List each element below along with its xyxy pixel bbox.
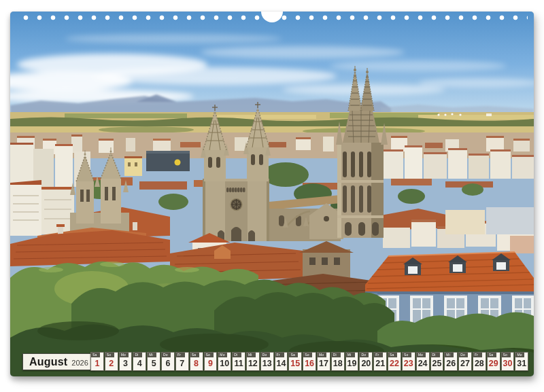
day-cell: Sa8: [190, 352, 203, 371]
day-cell: So9: [204, 352, 218, 371]
weekday-label: Mi: [247, 353, 256, 357]
weekday-label: Mi: [148, 353, 156, 357]
day-cell: Di11: [232, 352, 245, 371]
day-number: 22: [388, 359, 401, 368]
day-number: 29: [488, 359, 500, 368]
day-cell: Fr21: [373, 352, 387, 371]
day-number: 28: [473, 359, 486, 368]
weekday-label: Fr: [374, 353, 383, 357]
weekday-label: So: [205, 353, 214, 357]
day-cell: So2: [105, 352, 118, 371]
weekday-label: Mo: [515, 353, 524, 357]
day-number: 1: [91, 359, 103, 368]
day-number: 10: [218, 359, 231, 368]
day-cell: Mo24: [416, 352, 430, 371]
year-label: 2026: [71, 357, 88, 367]
photo-burgos-cityscape: [10, 12, 534, 376]
day-number: 5: [148, 359, 160, 368]
day-cell: Di18: [331, 352, 345, 371]
day-cell: Fr14: [275, 352, 288, 371]
day-cell: Mi26: [444, 352, 458, 371]
day-cell: Mi12: [246, 352, 260, 371]
day-number: 13: [261, 359, 273, 368]
cathedral-nave: [269, 195, 349, 241]
day-number: 30: [502, 359, 514, 368]
weekday-label: Di: [431, 353, 440, 357]
day-number: 21: [374, 359, 386, 368]
month-name: August: [29, 356, 67, 368]
day-number: 11: [233, 359, 245, 368]
weekday-label: Mo: [417, 353, 426, 357]
weekday-label: Sa: [91, 353, 100, 357]
day-number: 9: [205, 359, 217, 368]
day-cell: Do6: [161, 352, 175, 371]
weekday-label: Mi: [445, 353, 454, 357]
yellow-building: [124, 158, 142, 176]
day-number: 16: [303, 359, 316, 368]
day-cell: So30: [501, 352, 515, 371]
weekday-label: Do: [459, 353, 468, 357]
month-label: August 2026: [22, 353, 95, 370]
weekday-label: So: [502, 353, 511, 357]
day-number: 8: [190, 359, 203, 368]
weekday-label: So: [105, 353, 114, 357]
weekday-label: Mo: [318, 353, 326, 357]
day-cell: Sa29: [487, 352, 500, 371]
weekday-label: Sa: [388, 353, 397, 357]
day-cell: Mi19: [345, 352, 359, 371]
weekday-label: Mi: [346, 353, 355, 357]
day-cell: Fr28: [473, 352, 486, 371]
weekday-label: Do: [261, 353, 270, 357]
day-cell: Sa1: [90, 352, 104, 371]
day-number: 25: [431, 359, 443, 368]
day-number: 14: [275, 359, 288, 368]
day-cell: Mi5: [147, 352, 160, 371]
day-number: 17: [318, 359, 330, 368]
weekday-label: Sa: [190, 353, 199, 357]
day-cell: Do20: [359, 352, 373, 371]
day-number: 18: [332, 359, 344, 368]
day-cell: Di25: [430, 352, 444, 371]
day-number: 19: [346, 359, 358, 368]
day-cell: So23: [402, 352, 415, 371]
day-number: 4: [133, 359, 146, 368]
calendar-page: August 2026 Sa1So2Mo3Di4Mi5Do6Fr7Sa8So9M…: [10, 12, 534, 376]
museum-dark-building: [146, 151, 190, 171]
calendar-product-mockup: August 2026 Sa1So2Mo3Di4Mi5Do6Fr7Sa8So9M…: [0, 0, 544, 392]
day-number: 15: [289, 359, 301, 368]
day-cell: Mo31: [515, 352, 528, 371]
weekday-label: Di: [332, 353, 341, 357]
weekday-label: Sa: [289, 353, 298, 357]
day-number: 31: [515, 359, 528, 368]
day-cell: Do27: [458, 352, 472, 371]
day-number: 24: [417, 359, 429, 368]
day-number: 3: [120, 359, 132, 368]
weekday-label: Fr: [473, 353, 482, 357]
weekday-label: Do: [162, 353, 171, 357]
weekday-label: Fr: [275, 353, 284, 357]
day-cell: Mo3: [119, 352, 133, 371]
day-cells: Sa1So2Mo3Di4Mi5Do6Fr7Sa8So9Mo10Di11Mi12D…: [90, 352, 528, 371]
day-cell: Sa22: [388, 352, 401, 371]
day-cell: Mo17: [317, 352, 330, 371]
weekday-label: So: [403, 353, 411, 357]
day-number: 26: [445, 359, 457, 368]
weekday-label: Di: [133, 353, 142, 357]
day-number: 23: [403, 359, 415, 368]
day-cell: Di4: [133, 352, 146, 371]
day-number: 20: [360, 359, 372, 368]
weekday-label: Mo: [120, 353, 129, 357]
day-number: 6: [162, 359, 174, 368]
day-number: 7: [176, 359, 188, 368]
day-cell: Mo10: [218, 352, 231, 371]
day-cell: Sa15: [288, 352, 302, 371]
weekday-label: So: [303, 353, 312, 357]
weekday-label: Fr: [176, 353, 185, 357]
weekday-label: Di: [233, 353, 241, 357]
day-cell: Do13: [260, 352, 274, 371]
day-number: 12: [247, 359, 259, 368]
weekday-label: Sa: [488, 353, 496, 357]
day-number: 2: [105, 359, 118, 368]
day-cell: So16: [303, 352, 316, 371]
weekday-label: Do: [360, 353, 369, 357]
